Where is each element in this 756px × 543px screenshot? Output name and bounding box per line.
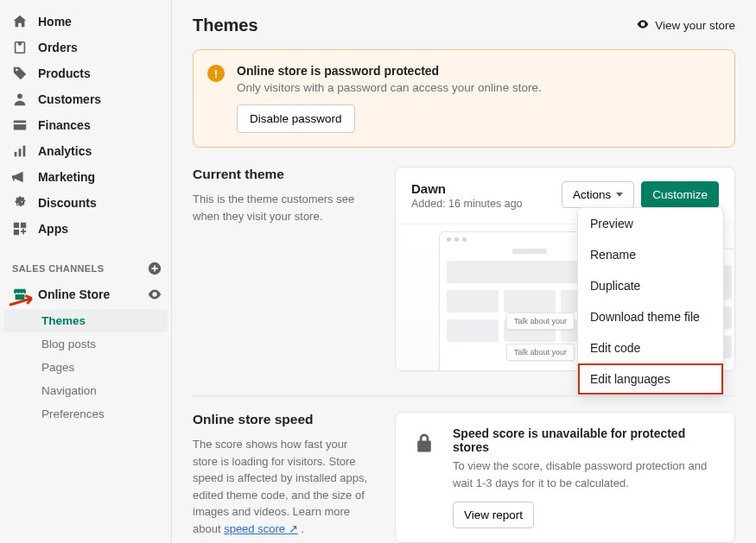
- current-theme-info: Current theme This is the theme customer…: [193, 167, 374, 371]
- page-title: Themes: [193, 16, 258, 35]
- nav-marketing[interactable]: Marketing: [0, 164, 171, 190]
- nav-discounts[interactable]: Discounts: [0, 190, 171, 216]
- current-theme-heading: Current theme: [193, 167, 374, 182]
- view-your-store-link[interactable]: View your store: [636, 17, 735, 34]
- nav-finances[interactable]: Finances: [0, 112, 171, 138]
- nav-label: Products: [38, 66, 91, 80]
- nav-label: Home: [38, 15, 72, 28]
- svg-rect-2: [14, 121, 26, 130]
- svg-rect-6: [23, 146, 26, 157]
- view-icon[interactable]: [147, 287, 162, 302]
- theme-added: Added: 16 minutes ago: [411, 198, 523, 210]
- customize-button[interactable]: Customize: [641, 181, 719, 208]
- nav-label: Apps: [38, 222, 68, 236]
- nav-products[interactable]: Products: [0, 60, 171, 86]
- dropdown-download-theme-file[interactable]: Download theme file: [578, 301, 723, 332]
- nav-label: Finances: [38, 118, 91, 132]
- eye-icon: [636, 17, 650, 34]
- theme-name: Dawn: [411, 181, 523, 196]
- finances-icon: [12, 117, 28, 133]
- current-theme-section: Current theme This is the theme customer…: [193, 167, 735, 371]
- svg-rect-8: [21, 223, 26, 228]
- actions-button[interactable]: Actions: [562, 181, 634, 208]
- current-theme-card: Dawn Added: 16 minutes ago Actions Custo…: [395, 167, 735, 371]
- sales-channels-header: SALES CHANNELS: [0, 254, 171, 281]
- channel-online-store[interactable]: Online Store: [0, 281, 171, 307]
- nav-label: Discounts: [38, 196, 97, 210]
- speed-score-link[interactable]: speed score ↗: [224, 522, 297, 535]
- dropdown-duplicate[interactable]: Duplicate: [578, 270, 723, 301]
- analytics-icon: [12, 143, 28, 159]
- svg-rect-4: [15, 152, 17, 156]
- actions-label: Actions: [573, 188, 611, 201]
- section-title: SALES CHANNELS: [12, 263, 104, 274]
- banner-title: Online store is password protected: [237, 64, 542, 78]
- main-content: Themes View your store ! Online store is…: [172, 0, 756, 543]
- preview-caption: Talk about your: [506, 344, 575, 361]
- view-report-button[interactable]: View report: [453, 502, 534, 528]
- svg-rect-5: [19, 148, 22, 156]
- disable-password-button[interactable]: Disable password: [237, 104, 355, 133]
- svg-rect-9: [14, 230, 19, 235]
- preview-caption: Talk about your: [506, 313, 575, 330]
- svg-point-1: [17, 94, 22, 99]
- nav-label: Customers: [38, 92, 101, 106]
- subnav-navigation[interactable]: Navigation: [3, 379, 168, 402]
- nav-orders[interactable]: Orders: [0, 35, 171, 60]
- nav-label: Orders: [38, 41, 78, 54]
- nav-analytics[interactable]: Analytics: [0, 138, 171, 164]
- nav-home[interactable]: Home: [0, 9, 171, 35]
- page-header: Themes View your store: [193, 16, 735, 35]
- current-theme-desc: This is the theme customers see when the…: [193, 191, 374, 224]
- storefront-icon: [12, 287, 28, 302]
- speed-info: Online store speed The score shows how f…: [193, 412, 374, 543]
- lock-icon: [411, 430, 437, 456]
- dropdown-rename[interactable]: Rename: [578, 239, 723, 270]
- nav-label: Analytics: [38, 144, 92, 158]
- speed-heading: Online store speed: [193, 412, 374, 427]
- tag-icon: [12, 66, 28, 81]
- apps-icon: [12, 221, 28, 237]
- dropdown-edit-code[interactable]: Edit code: [578, 332, 723, 363]
- subnav-themes[interactable]: Themes: [3, 309, 168, 332]
- add-channel-icon[interactable]: [147, 261, 162, 276]
- chevron-down-icon: [616, 193, 623, 197]
- online-store-subnav: Themes Blog posts Pages Navigation Prefe…: [0, 309, 171, 426]
- speed-desc: The score shows how fast your store is l…: [193, 436, 374, 537]
- sidebar: Home Orders Products Customers Finances …: [0, 0, 172, 543]
- nav-apps[interactable]: Apps: [0, 216, 171, 242]
- subnav-preferences[interactable]: Preferences: [3, 402, 168, 426]
- external-icon: ↗: [289, 522, 298, 535]
- channel-label: Online Store: [38, 287, 110, 301]
- discount-icon: [12, 195, 28, 211]
- subnav-pages[interactable]: Pages: [3, 356, 168, 379]
- nav-label: Marketing: [38, 170, 95, 184]
- svg-rect-3: [14, 123, 26, 124]
- banner-text: Only visitors with a password can access…: [237, 81, 542, 94]
- megaphone-icon: [12, 169, 28, 185]
- password-banner: ! Online store is password protected Onl…: [193, 49, 735, 148]
- dropdown-preview[interactable]: Preview: [578, 208, 723, 239]
- warning-icon: !: [207, 65, 225, 82]
- actions-dropdown: Preview Rename Duplicate Download theme …: [577, 207, 724, 395]
- speed-card-text: To view the score, disable password prot…: [453, 458, 719, 491]
- subnav-blog-posts[interactable]: Blog posts: [3, 332, 168, 356]
- nav-customers[interactable]: Customers: [0, 86, 171, 112]
- home-icon: [12, 14, 28, 29]
- dropdown-edit-languages[interactable]: Edit languages: [578, 363, 723, 395]
- person-icon: [12, 92, 28, 107]
- speed-section: Online store speed The score shows how f…: [193, 412, 735, 543]
- speed-card-title: Speed score is unavailable for protected…: [453, 426, 719, 454]
- orders-icon: [12, 40, 28, 55]
- section-divider: [193, 395, 735, 396]
- svg-rect-7: [14, 223, 19, 228]
- view-store-label: View your store: [655, 19, 735, 32]
- speed-card: Speed score is unavailable for protected…: [395, 412, 735, 543]
